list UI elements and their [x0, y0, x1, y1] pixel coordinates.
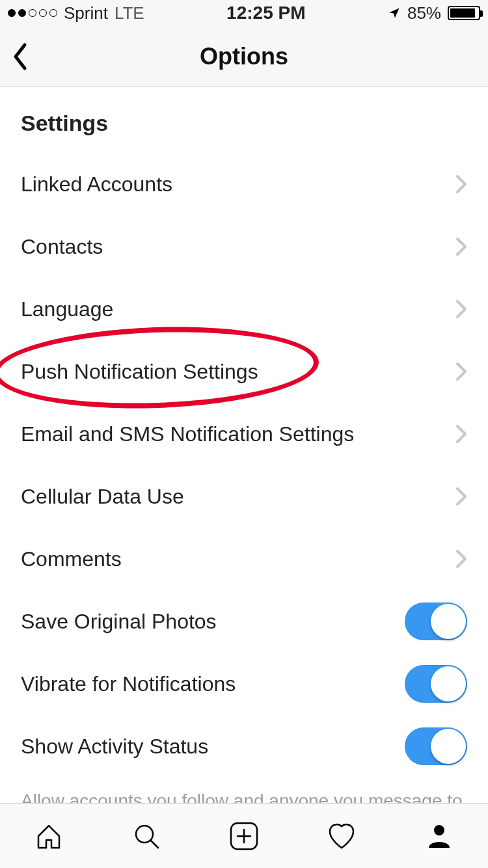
- home-icon: [33, 821, 64, 852]
- status-bar: Sprint LTE 12:25 PM 85%: [0, 0, 488, 26]
- row-cellular[interactable]: Cellular Data Use: [0, 465, 488, 528]
- nav-header: Options: [0, 26, 488, 87]
- settings-content[interactable]: Settings Linked Accounts Contacts Langua…: [0, 87, 488, 803]
- chevron-right-icon: [455, 237, 467, 256]
- network-type-label: LTE: [115, 3, 144, 23]
- chevron-right-icon: [455, 174, 467, 194]
- tab-add[interactable]: [195, 804, 293, 868]
- row-email-sms[interactable]: Email and SMS Notification Settings: [0, 403, 488, 465]
- status-right: 85%: [388, 3, 480, 23]
- svg-line-1: [151, 841, 158, 848]
- signal-strength-icon: [8, 9, 57, 17]
- row-save-photos: Save Original Photos: [0, 590, 488, 653]
- chevron-right-icon: [455, 487, 467, 506]
- svg-point-0: [136, 826, 153, 843]
- location-icon: [388, 7, 401, 20]
- plus-square-icon: [228, 820, 260, 852]
- tab-profile[interactable]: [390, 804, 488, 868]
- toggle-save-photos[interactable]: [405, 603, 467, 640]
- row-label: Show Activity Status: [21, 735, 208, 759]
- row-label: Language: [21, 297, 113, 321]
- heart-icon: [326, 821, 357, 852]
- search-icon: [131, 821, 162, 852]
- row-linked-accounts[interactable]: Linked Accounts: [0, 153, 488, 215]
- tab-bar: [0, 803, 488, 868]
- battery-icon: [448, 6, 480, 20]
- activity-status-footnote: Allow accounts you follow and anyone you…: [0, 778, 488, 803]
- row-label: Linked Accounts: [21, 172, 172, 197]
- chevron-right-icon: [455, 299, 467, 319]
- row-label: Cellular Data Use: [21, 485, 184, 509]
- status-left: Sprint LTE: [8, 3, 144, 23]
- carrier-label: Sprint: [64, 3, 108, 23]
- chevron-left-icon: [12, 42, 29, 71]
- row-activity-status: Show Activity Status: [0, 715, 488, 778]
- section-heading: Settings: [0, 87, 488, 153]
- chevron-right-icon: [455, 549, 467, 569]
- row-vibrate: Vibrate for Notifications: [0, 653, 488, 715]
- clock-label: 12:25 PM: [226, 3, 305, 23]
- svg-point-5: [434, 825, 444, 835]
- row-language[interactable]: Language: [0, 278, 488, 340]
- row-contacts[interactable]: Contacts: [0, 215, 488, 278]
- row-label: Vibrate for Notifications: [21, 672, 236, 696]
- page-title: Options: [200, 43, 288, 70]
- back-button[interactable]: [12, 26, 29, 87]
- tab-home[interactable]: [0, 804, 98, 868]
- row-label: Comments: [21, 547, 122, 571]
- row-push-notifications[interactable]: Push Notification Settings: [0, 340, 488, 403]
- row-comments[interactable]: Comments: [0, 528, 488, 590]
- chevron-right-icon: [455, 424, 467, 444]
- row-label: Save Original Photos: [21, 610, 217, 634]
- toggle-vibrate[interactable]: [405, 665, 467, 703]
- person-icon: [424, 821, 455, 852]
- tab-search[interactable]: [98, 804, 195, 868]
- tab-activity[interactable]: [293, 804, 390, 868]
- battery-percent-label: 85%: [407, 3, 441, 23]
- chevron-right-icon: [455, 362, 467, 381]
- row-label: Email and SMS Notification Settings: [21, 422, 354, 446]
- row-label: Push Notification Settings: [21, 360, 258, 384]
- toggle-activity-status[interactable]: [405, 727, 467, 765]
- row-label: Contacts: [21, 235, 103, 259]
